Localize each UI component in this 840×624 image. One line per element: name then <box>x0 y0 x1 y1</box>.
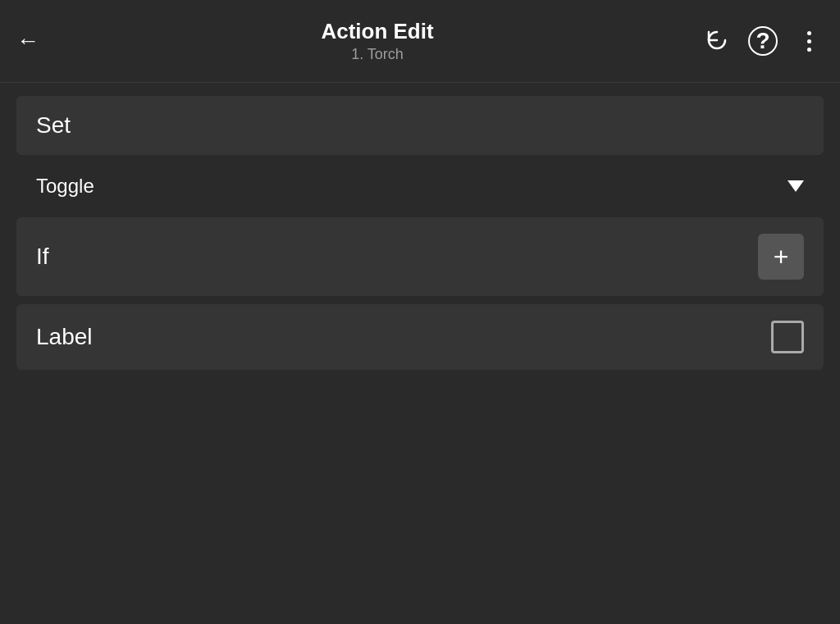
content-area: Set Toggle If + Label <box>0 83 840 383</box>
label-label: Label <box>36 324 93 350</box>
set-label: Set <box>36 112 71 139</box>
toggle-row[interactable]: Toggle <box>16 163 824 209</box>
page-subtitle: 1. Torch <box>52 46 702 63</box>
if-label: If <box>36 244 49 270</box>
header: ← Action Edit 1. Torch ? <box>0 0 840 82</box>
more-dot-3 <box>807 48 811 52</box>
toggle-label: Toggle <box>36 175 94 198</box>
more-dot-1 <box>807 31 811 35</box>
undo-icon[interactable] <box>702 26 732 56</box>
add-condition-button[interactable]: + <box>758 234 804 280</box>
chevron-down-icon <box>788 180 804 192</box>
header-title-group: Action Edit 1. Torch <box>52 19 702 63</box>
set-card[interactable]: Set <box>16 96 824 155</box>
back-button[interactable]: ← <box>16 28 39 54</box>
checkbox-icon[interactable] <box>771 321 804 353</box>
label-card: Label <box>16 304 824 370</box>
more-options-icon[interactable] <box>794 26 824 56</box>
more-dot-2 <box>807 39 811 43</box>
page-title: Action Edit <box>52 19 702 44</box>
help-icon[interactable]: ? <box>748 26 778 56</box>
if-card: If + <box>16 217 824 296</box>
header-actions: ? <box>702 26 824 56</box>
